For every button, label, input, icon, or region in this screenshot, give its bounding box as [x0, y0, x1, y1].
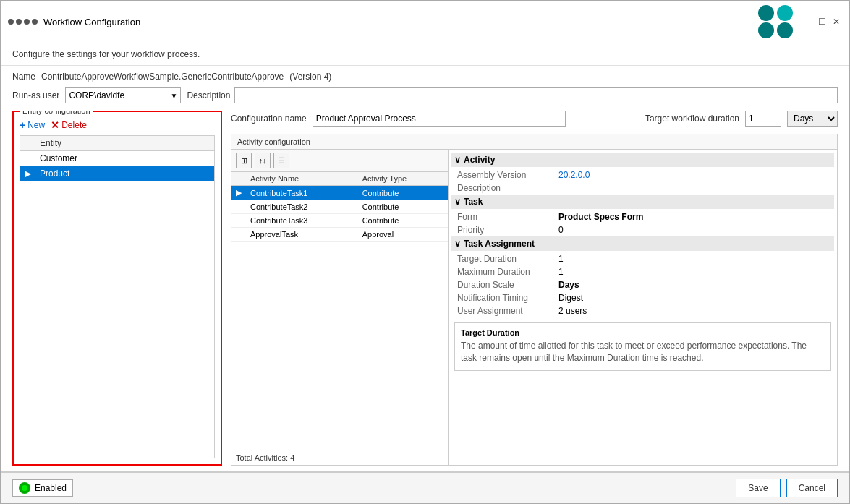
- run-as-value: CORP\davidfe: [69, 90, 124, 101]
- activity-row-4[interactable]: ApprovalTask Approval: [231, 228, 448, 242]
- enabled-inner-icon: [22, 485, 27, 491]
- notification-label: Notification Timing: [457, 293, 558, 303]
- tooltip-text: The amount of time allotted for this tas…: [461, 340, 825, 364]
- activity-row-3[interactable]: ContributeTask3 Contribute: [231, 214, 448, 228]
- user-assign-value: 2 users: [558, 306, 828, 316]
- max-duration-row: Maximum Duration 1: [451, 265, 834, 278]
- activity-type-4: Approval: [358, 228, 448, 242]
- save-button[interactable]: Save: [736, 479, 780, 497]
- workflow-window: Workflow Configuration — ☐ ✕ Configure: [0, 0, 850, 504]
- sort-tool-button[interactable]: ↑↓: [255, 153, 271, 168]
- notification-row: Notification Timing Digest: [451, 291, 834, 304]
- days-select[interactable]: Days: [787, 111, 838, 127]
- description-label: Description: [187, 90, 230, 101]
- entity-row-product[interactable]: ▶ Product: [20, 166, 214, 181]
- x-icon: ✕: [51, 119, 59, 131]
- duration-scale-row: Duration Scale Days: [451, 278, 834, 291]
- activity-arrow-2: [231, 200, 246, 214]
- activity-name-2: ContributeTask2: [246, 200, 358, 214]
- activity-name-3: ContributeTask3: [246, 214, 358, 228]
- task-assign-section-header[interactable]: ∨ Task Assignment: [451, 236, 834, 251]
- entity-arrow-col: [20, 136, 35, 151]
- icon-dot3: [24, 19, 30, 25]
- activity-chevron: ∨: [454, 155, 461, 165]
- minimize-button[interactable]: —: [802, 16, 813, 27]
- dot-teal-3: [758, 22, 774, 38]
- assembly-version-value: 20.2.0.0: [558, 170, 828, 180]
- dot-teal-4: [777, 22, 793, 38]
- bottom-actions: Save Cancel: [736, 479, 838, 497]
- enabled-circle-icon: [19, 482, 30, 494]
- right-panel: Configuration name Target workflow durat…: [231, 111, 838, 466]
- duration-scale-value: Days: [558, 280, 828, 290]
- run-as-row: Run-as user CORP\davidfe ▼ Description: [12, 87, 838, 103]
- max-duration-value: 1: [558, 267, 828, 277]
- description-input[interactable]: [234, 87, 838, 103]
- entity-toolbar: + New ✕ Delete: [20, 119, 215, 131]
- new-entity-button[interactable]: + New: [20, 119, 45, 131]
- config-name-label: Configuration name: [231, 114, 307, 124]
- activity-body: ⊞ ↑↓ ☰ Activity Name: [231, 150, 837, 465]
- activity-arrow-col: [231, 172, 246, 186]
- entity-row-name: Customer: [35, 151, 214, 166]
- icon-dot1: [8, 19, 14, 25]
- duration-scale-label: Duration Scale: [457, 280, 558, 290]
- activity-section-label: Activity: [464, 155, 495, 165]
- enabled-button[interactable]: Enabled: [12, 479, 73, 497]
- close-button[interactable]: ✕: [830, 16, 842, 27]
- entity-row-customer[interactable]: Customer: [20, 151, 214, 166]
- activity-type-1: Contribute: [358, 186, 448, 200]
- entity-panel: Entity configuration + New ✕ Delete: [12, 111, 222, 466]
- duration-label: Target workflow duration: [645, 114, 739, 124]
- window-title: Workflow Configuration: [43, 17, 140, 27]
- activity-row-1[interactable]: ▶ ContributeTask1 Contribute: [231, 186, 448, 200]
- config-name-row: Configuration name Target workflow durat…: [231, 111, 838, 127]
- cancel-button[interactable]: Cancel: [786, 479, 838, 497]
- activity-row-2[interactable]: ContributeTask2 Contribute: [231, 200, 448, 214]
- list-tool-button[interactable]: ☰: [273, 153, 289, 168]
- target-duration-row: Target Duration 1: [451, 252, 834, 265]
- duration-input[interactable]: [745, 111, 781, 127]
- description-row: Description: [451, 181, 834, 195]
- max-duration-label: Maximum Duration: [457, 267, 558, 277]
- activity-name-col: Activity Name: [246, 172, 358, 186]
- activity-type-col: Activity Type: [358, 172, 448, 186]
- entity-row-name-selected: Product: [35, 166, 214, 181]
- activity-section-header[interactable]: ∨ Activity: [451, 153, 834, 167]
- entity-panel-title: Entity configuration: [20, 111, 93, 115]
- dot-teal-2: [777, 5, 793, 21]
- delete-label: Delete: [61, 120, 87, 130]
- app-dots: [758, 5, 793, 38]
- config-name-input[interactable]: [313, 111, 566, 127]
- total-activities: Total Activities: 4: [231, 450, 448, 465]
- assembly-version-label: Assembly Version: [457, 170, 558, 180]
- entity-col-header: Entity: [35, 136, 214, 151]
- window-controls: — ☐ ✕: [802, 16, 842, 27]
- name-label: Name: [12, 72, 35, 82]
- activity-type-3: Contribute: [358, 214, 448, 228]
- plus-icon: +: [20, 119, 25, 131]
- task-chevron: ∨: [454, 197, 461, 207]
- dot-teal-1: [758, 5, 774, 21]
- description-section: Description: [187, 87, 838, 103]
- title-bar: Workflow Configuration — ☐ ✕: [1, 1, 849, 43]
- prop-description-label: Description: [457, 183, 558, 193]
- name-row: Name ContributeApproveWorkflowSample.Gen…: [12, 72, 838, 82]
- grid-tool-button[interactable]: ⊞: [236, 153, 252, 168]
- run-as-label: Run-as user: [12, 90, 59, 101]
- select-arrow-icon: ▼: [170, 92, 177, 100]
- app-icon: [8, 19, 38, 25]
- title-bar-left: Workflow Configuration: [8, 17, 140, 27]
- task-section-header[interactable]: ∨ Task: [451, 195, 834, 209]
- new-label: New: [27, 120, 45, 130]
- properties-panel: ∨ Activity Assembly Version 20.2.0.0 Des…: [449, 150, 837, 465]
- activity-header: Activity configuration: [231, 134, 837, 150]
- maximize-button[interactable]: ☐: [816, 16, 828, 27]
- activity-arrow-4: [231, 228, 246, 242]
- subtitle-bar: Configure the settings for your workflow…: [1, 43, 849, 66]
- run-as-select[interactable]: CORP\davidfe ▼: [65, 87, 181, 103]
- task-assign-chevron: ∨: [454, 239, 461, 249]
- bottom-bar: Enabled Save Cancel: [1, 471, 849, 503]
- target-duration-value: 1: [558, 254, 828, 264]
- delete-entity-button[interactable]: ✕ Delete: [51, 119, 87, 131]
